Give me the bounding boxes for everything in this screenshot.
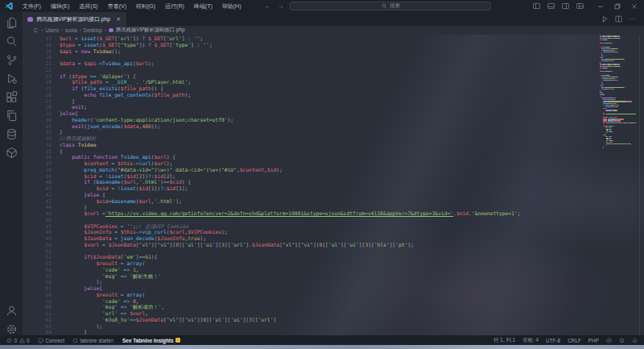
menu-item[interactable]: 转到(G) — [132, 1, 159, 12]
database-extension-icon[interactable] — [6, 128, 18, 140]
code-line[interactable]: 53 $result = array( — [23, 260, 644, 267]
breadcrumb-file[interactable]: 腾讯视频VIP解析源码接口.php — [109, 27, 184, 34]
code-line[interactable]: 43 $vid=basename($url,'.html'); — [23, 198, 644, 205]
code-line[interactable]: 56 ); — [23, 279, 644, 285]
code-line[interactable]: 17$url = isset($_GET['url']) ? $_GET['ur… — [23, 35, 644, 42]
extensions-icon[interactable] — [6, 91, 18, 103]
menu-item[interactable]: 选择(S) — [75, 1, 101, 12]
eol-status[interactable]: CRLF — [568, 338, 581, 343]
run-debug-icon[interactable] — [6, 73, 18, 85]
code-line[interactable]: 55 'msg' => '解析失败！' — [23, 273, 644, 280]
toggle-panel-icon[interactable] — [547, 2, 555, 10]
source-control-icon[interactable] — [6, 54, 18, 66]
breadcrumb[interactable]: C:›Users›suxia›Desktop › 腾讯视频VIP解析源码接口.p… — [23, 26, 644, 35]
close-window-button[interactable] — [631, 3, 638, 10]
code-line[interactable]: 25 if (file_exists($file_path)) { — [23, 85, 644, 92]
menu-item[interactable]: 查看(V) — [104, 1, 130, 12]
restore-button[interactable] — [614, 3, 621, 10]
code-line[interactable]: 46 — [23, 217, 644, 223]
code-line[interactable]: 22 — [23, 67, 644, 73]
breadcrumb-segment[interactable]: Users — [45, 27, 58, 33]
code-line[interactable]: 63 ); — [23, 323, 644, 330]
toggle-secondary-sidebar-icon[interactable] — [562, 2, 569, 10]
minimize-button[interactable] — [597, 3, 604, 10]
code-line[interactable]: 34class Tvideo — [23, 142, 644, 148]
code-editor[interactable]: 17$url = isset($_GET['url']) ? $_GET['ur… — [23, 35, 644, 335]
menu-item[interactable]: 帮助(H) — [218, 1, 246, 12]
code-line[interactable]: 27 } — [23, 98, 644, 105]
code-line[interactable]: 58 $result = array( — [23, 292, 644, 298]
settings-gear-icon[interactable] — [6, 323, 18, 335]
code-line[interactable]: 33//腾讯视频解析 — [23, 135, 644, 142]
encoding-status[interactable]: UTF-8 — [546, 338, 560, 343]
menu-item[interactable]: 终端(T) — [190, 1, 217, 12]
code-line[interactable]: 32} — [23, 129, 644, 135]
toggle-sidebar-icon[interactable] — [533, 2, 540, 10]
breadcrumb-segment[interactable]: Desktop — [84, 27, 102, 33]
search-sidebar-icon[interactable] — [6, 35, 18, 48]
code-line[interactable]: 50 $vurl = $JsonData["vl"]["vi"][0]['ul'… — [23, 242, 644, 248]
tabnine-insights-button[interactable]: See Tabnine Insights — [122, 338, 180, 343]
back-arrow-icon[interactable]: ← — [264, 2, 270, 10]
tabnine-status[interactable]: tabnine starter: — [72, 338, 114, 343]
menu-item[interactable]: 编辑(E) — [47, 1, 73, 12]
notifications-bell-icon[interactable] — [632, 338, 638, 343]
code-line[interactable]: 60 'msg' => '解析成功！', — [23, 304, 644, 310]
code-line[interactable]: 24 $file_path = __DIR__ . '/DPlayer.html… — [23, 79, 644, 85]
forward-arrow-icon[interactable]: → — [277, 2, 283, 10]
account-icon[interactable] — [6, 305, 18, 317]
code-line[interactable]: 31 exit(json_encode($data,480)); — [23, 123, 644, 130]
code-line[interactable]: 57 }else{ — [23, 285, 644, 292]
code-line[interactable]: 30 header('content-type:application/json… — [23, 117, 644, 123]
connect-status[interactable]: Connect — [38, 338, 64, 343]
code-line[interactable]: 40 if (basename($url,'.html')==$cid) { — [23, 179, 644, 185]
code-line[interactable]: 48 $JsonInfo = $this->vip_curl($curl,$VI… — [23, 229, 644, 235]
customize-layout-icon[interactable] — [576, 2, 584, 10]
code-line[interactable]: 59 'code' => 0, — [23, 298, 644, 305]
code-line[interactable]: 35{ — [23, 148, 644, 155]
package-extension-icon[interactable] — [6, 147, 18, 159]
feedback-icon[interactable] — [619, 338, 625, 343]
menu-item[interactable]: 运行(R) — [161, 1, 188, 12]
code-line[interactable]: 38 preg_match("#data-vid="(\w+)" data-ci… — [23, 167, 644, 173]
code-line[interactable]: 42 }else { — [23, 192, 644, 198]
code-line[interactable]: 54 'code' => 1, — [23, 267, 644, 273]
code-line[interactable]: 36 public function Tvideo_api($url) { — [23, 154, 644, 160]
tabnine-logo-icon[interactable] — [606, 338, 612, 343]
tab-close-icon[interactable]: ✕ — [116, 16, 121, 23]
split-editor-icon[interactable] — [615, 15, 622, 23]
breadcrumb-segment[interactable]: suxia — [65, 27, 77, 33]
code-line[interactable]: 26 echo file_get_contents($file_path); — [23, 92, 644, 98]
scrollbar[interactable] — [639, 35, 640, 335]
code-line[interactable]: 45 $curl ='https://vv.video.qq.com/getin… — [23, 210, 644, 217]
more-actions-icon[interactable]: ··· — [629, 15, 637, 23]
code-line[interactable]: 41 $vid = !isset($id[1])?:$id[1]; — [23, 185, 644, 192]
code-line[interactable]: 62 'm3u8_to'=>$JsonData["vl"]["vi"][0]['… — [23, 317, 644, 323]
code-line[interactable]: 19$api = new Tvideo(); — [23, 48, 644, 55]
explorer-icon[interactable] — [6, 17, 18, 29]
code-line[interactable]: 39 $cid = !isset($id[2])?:$id[2]; — [23, 173, 644, 180]
language-mode[interactable]: PHP — [588, 338, 599, 343]
code-line[interactable]: 18$type = isset($_GET["type"]) ? $_GET['… — [23, 42, 644, 48]
run-code-icon[interactable] — [601, 15, 609, 23]
code-line[interactable]: 47 $VIPCookies = '';// 必须VIP Cookies — [23, 223, 644, 230]
menu-item[interactable]: 文件(F) — [19, 1, 45, 12]
code-line[interactable]: 52 if($JsonData['em']==61){ — [23, 254, 644, 260]
search-input[interactable]: 搜索 — [290, 2, 491, 10]
code-line[interactable]: 44 } — [23, 204, 644, 210]
code-line[interactable]: 61 'url' => $vurl, — [23, 310, 644, 317]
code-line[interactable]: 28 exit; — [23, 104, 644, 110]
minimap[interactable] — [600, 35, 636, 148]
code-line[interactable]: 64 } — [23, 329, 644, 335]
breadcrumb-segment[interactable]: C: — [34, 27, 39, 33]
cursor-position[interactable]: 行 1, 列 1 — [493, 337, 515, 344]
code-line[interactable]: 37 $content = $this->curl($url); — [23, 160, 644, 167]
pages-extension-icon[interactable] — [6, 110, 18, 122]
code-line[interactable]: 21$data = $api->Tvideo_api($url); — [23, 60, 644, 67]
code-line[interactable]: 51 — [23, 248, 644, 255]
code-line[interactable]: 23if ($type == 'dplayer') { — [23, 73, 644, 80]
code-line[interactable]: 49 $JsonData = json_decode($JsonInfo,tru… — [23, 235, 644, 242]
tab-php-file[interactable]: 腾讯视频VIP解析源码接口.php ✕ — [23, 12, 126, 26]
code-line[interactable]: 29}else{ — [23, 110, 644, 117]
code-line[interactable]: 20 — [23, 54, 644, 60]
